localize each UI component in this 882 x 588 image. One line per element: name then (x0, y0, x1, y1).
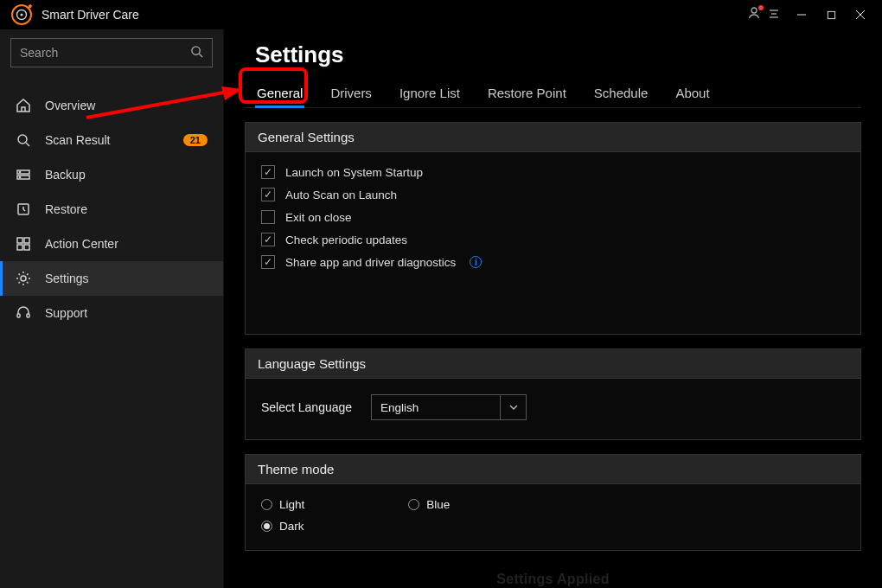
sidebar-item-label: Support (45, 306, 87, 320)
radio-theme-blue[interactable]: Blue (408, 498, 450, 511)
svg-point-18 (19, 176, 20, 177)
general-settings-panel: General Settings Launch on System Startu… (245, 122, 861, 335)
tab-drivers[interactable]: Drivers (329, 79, 374, 107)
svg-rect-21 (24, 238, 29, 243)
tab-about[interactable]: About (674, 79, 711, 107)
sidebar-item-label: Settings (45, 272, 89, 285)
sidebar-item-backup[interactable]: Backup (0, 157, 223, 192)
grid-icon (16, 236, 31, 252)
sidebar-item-label: Action Center (45, 237, 118, 251)
titlebar: Smart Driver Care (0, 0, 882, 29)
checkbox-launch-on-startup[interactable] (261, 165, 275, 179)
checkbox-label: Check periodic updates (285, 233, 407, 246)
svg-rect-23 (24, 245, 29, 250)
tab-label: Schedule (594, 86, 649, 100)
search-icon (190, 45, 203, 61)
app-logo-icon (10, 3, 33, 26)
maximize-button[interactable] (816, 3, 846, 27)
radio-icon (261, 521, 272, 532)
close-button[interactable] (846, 3, 875, 27)
tab-label: Drivers (330, 86, 372, 100)
tab-label: About (675, 86, 709, 100)
checkbox-label: Exit on close (285, 211, 352, 224)
status-message: Settings Applied (245, 572, 861, 587)
tab-restore-point[interactable]: Restore Point (486, 79, 568, 107)
radio-label: Dark (279, 520, 304, 533)
checkbox-auto-scan[interactable] (261, 188, 275, 201)
sidebar-item-label: Scan Result (45, 133, 110, 147)
tab-label: General (257, 86, 303, 100)
home-icon (16, 98, 31, 113)
radio-theme-dark[interactable]: Dark (261, 520, 304, 533)
notification-dot-icon (758, 5, 764, 10)
sidebar-item-scan-result[interactable]: Scan Result 21 (0, 123, 223, 157)
svg-point-11 (192, 46, 200, 54)
language-select[interactable]: English (371, 394, 527, 420)
svg-line-14 (26, 143, 29, 146)
tab-general[interactable]: General (255, 79, 304, 107)
checkbox-share-diagnostics[interactable] (261, 255, 275, 269)
settings-tabs: General Drivers Ignore List Restore Poin… (245, 79, 861, 108)
sidebar-item-settings[interactable]: Settings (0, 261, 223, 296)
checkbox-check-updates[interactable] (261, 233, 275, 246)
scan-result-badge: 21 (183, 134, 208, 146)
headset-icon (16, 305, 31, 321)
svg-rect-26 (27, 314, 29, 317)
svg-point-17 (19, 171, 20, 172)
svg-rect-8 (828, 11, 834, 18)
sidebar-item-restore[interactable]: Restore (0, 192, 223, 227)
search-box[interactable] (10, 38, 213, 67)
svg-point-2 (20, 13, 22, 16)
radio-icon (261, 499, 272, 510)
app-title: Smart Driver Care (42, 8, 139, 22)
svg-point-3 (751, 8, 757, 13)
sidebar-item-support[interactable]: Support (0, 296, 223, 330)
search-input[interactable] (20, 46, 190, 60)
panel-header: Language Settings (246, 349, 860, 379)
tab-label: Ignore List (399, 86, 460, 100)
main-content: Settings General Drivers Ignore List Res… (223, 29, 882, 588)
radio-icon (408, 499, 419, 510)
radio-label: Blue (426, 498, 450, 511)
sidebar-item-action-center[interactable]: Action Center (0, 227, 223, 261)
minimize-button[interactable] (787, 3, 816, 27)
svg-point-24 (21, 276, 26, 281)
panel-header: Theme mode (246, 455, 860, 484)
radio-theme-light[interactable]: Light (261, 498, 304, 511)
backup-icon (16, 167, 31, 182)
checkbox-label: Share app and driver diagnostics (285, 256, 456, 269)
restore-icon (16, 201, 31, 217)
svg-rect-22 (17, 245, 22, 250)
gear-icon (16, 271, 31, 286)
language-settings-panel: Language Settings Select Language Englis… (245, 348, 861, 440)
svg-rect-25 (17, 314, 20, 317)
language-selected-value: English (372, 401, 500, 414)
sidebar-item-label: Backup (45, 168, 86, 182)
radio-label: Light (279, 498, 304, 511)
svg-point-13 (18, 135, 27, 144)
tab-label: Restore Point (488, 86, 566, 100)
svg-rect-20 (17, 238, 22, 243)
sidebar: Overview Scan Result 21 Backup Restore A… (0, 29, 223, 588)
user-account-icon[interactable] (747, 6, 761, 23)
tab-schedule[interactable]: Schedule (592, 79, 650, 107)
panel-header: General Settings (246, 123, 860, 152)
tab-ignore-list[interactable]: Ignore List (398, 79, 462, 107)
svg-line-12 (199, 54, 202, 57)
info-icon[interactable]: i (470, 256, 482, 268)
checkbox-exit-on-close[interactable] (261, 210, 275, 224)
sidebar-item-label: Overview (45, 99, 95, 112)
checkbox-label: Auto Scan on Launch (285, 189, 397, 201)
sidebar-item-overview[interactable]: Overview (0, 88, 223, 123)
page-title: Settings (255, 42, 861, 68)
scan-icon (16, 132, 31, 148)
sidebar-item-label: Restore (45, 202, 87, 216)
select-language-label: Select Language (261, 400, 352, 414)
menu-lines-icon[interactable] (768, 7, 780, 22)
chevron-down-icon (500, 395, 526, 419)
checkbox-label: Launch on System Startup (285, 166, 423, 179)
theme-mode-panel: Theme mode Light Blue (245, 454, 861, 551)
